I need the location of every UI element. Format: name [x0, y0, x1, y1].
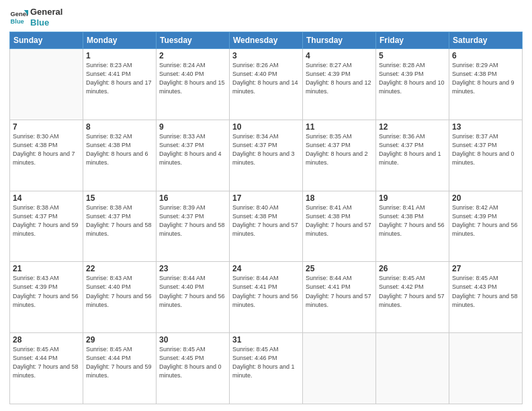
day-number: 17: [232, 193, 300, 203]
calendar-cell: 2Sunrise: 8:24 AMSunset: 4:40 PMDaylight…: [157, 49, 230, 120]
day-number: 25: [306, 264, 373, 273]
day-number: 3: [232, 51, 300, 60]
day-number: 9: [159, 122, 226, 132]
day-number: 19: [379, 193, 446, 203]
day-number: 11: [306, 122, 373, 132]
day-number: 13: [452, 122, 519, 132]
day-info: Sunrise: 8:45 AMSunset: 4:46 PMDaylight:…: [232, 345, 300, 380]
day-number: 20: [452, 193, 519, 203]
day-info: Sunrise: 8:40 AMSunset: 4:38 PMDaylight:…: [232, 203, 300, 238]
day-info: Sunrise: 8:35 AMSunset: 4:37 PMDaylight:…: [306, 132, 373, 167]
day-number: 21: [13, 264, 80, 273]
calendar-header-row: SundayMondayTuesdayWednesdayThursdayFrid…: [10, 32, 523, 49]
calendar-cell: 13Sunrise: 8:37 AMSunset: 4:37 PMDayligh…: [449, 120, 523, 191]
calendar-cell: 30Sunrise: 8:45 AMSunset: 4:45 PMDayligh…: [157, 333, 230, 404]
day-info: Sunrise: 8:43 AMSunset: 4:40 PMDaylight:…: [86, 274, 153, 309]
calendar-cell: 9Sunrise: 8:33 AMSunset: 4:37 PMDaylight…: [157, 120, 230, 191]
day-number: 23: [159, 264, 226, 273]
calendar-cell: 7Sunrise: 8:30 AMSunset: 4:38 PMDaylight…: [10, 120, 83, 191]
calendar-cell: [376, 333, 449, 404]
day-info: Sunrise: 8:45 AMSunset: 4:43 PMDaylight:…: [452, 274, 519, 309]
day-number: 24: [232, 264, 300, 273]
day-info: Sunrise: 8:32 AMSunset: 4:38 PMDaylight:…: [86, 132, 153, 167]
calendar-cell: 1Sunrise: 8:23 AMSunset: 4:41 PMDaylight…: [83, 49, 157, 120]
calendar-table: SundayMondayTuesdayWednesdayThursdayFrid…: [9, 32, 523, 404]
calendar-cell: [303, 333, 376, 404]
calendar-cell: 14Sunrise: 8:38 AMSunset: 4:37 PMDayligh…: [10, 191, 83, 262]
day-header-wednesday: Wednesday: [230, 32, 303, 49]
day-number: 28: [13, 335, 80, 345]
day-info: Sunrise: 8:42 AMSunset: 4:39 PMDaylight:…: [452, 203, 519, 238]
day-header-tuesday: Tuesday: [157, 32, 230, 49]
calendar-week-2: 7Sunrise: 8:30 AMSunset: 4:38 PMDaylight…: [10, 120, 523, 191]
calendar-cell: 24Sunrise: 8:44 AMSunset: 4:41 PMDayligh…: [230, 262, 303, 333]
day-info: Sunrise: 8:45 AMSunset: 4:42 PMDaylight:…: [379, 274, 446, 309]
logo-icon: General Blue: [9, 8, 28, 27]
day-number: 5: [379, 51, 446, 60]
day-info: Sunrise: 8:43 AMSunset: 4:39 PMDaylight:…: [13, 274, 80, 309]
day-info: Sunrise: 8:45 AMSunset: 4:45 PMDaylight:…: [159, 345, 226, 380]
calendar-cell: 17Sunrise: 8:40 AMSunset: 4:38 PMDayligh…: [230, 191, 303, 262]
day-number: 30: [159, 335, 226, 345]
day-number: 15: [86, 193, 153, 203]
day-number: 4: [306, 51, 373, 60]
calendar-cell: 22Sunrise: 8:43 AMSunset: 4:40 PMDayligh…: [83, 262, 157, 333]
day-info: Sunrise: 8:29 AMSunset: 4:38 PMDaylight:…: [452, 61, 519, 96]
day-info: Sunrise: 8:36 AMSunset: 4:37 PMDaylight:…: [379, 132, 446, 167]
calendar-week-3: 14Sunrise: 8:38 AMSunset: 4:37 PMDayligh…: [10, 191, 523, 262]
calendar-cell: 5Sunrise: 8:28 AMSunset: 4:39 PMDaylight…: [376, 49, 449, 120]
day-info: Sunrise: 8:33 AMSunset: 4:37 PMDaylight:…: [159, 132, 226, 167]
calendar-cell: 18Sunrise: 8:41 AMSunset: 4:38 PMDayligh…: [303, 191, 376, 262]
day-number: 14: [13, 193, 80, 203]
calendar-cell: 21Sunrise: 8:43 AMSunset: 4:39 PMDayligh…: [10, 262, 83, 333]
calendar-cell: 29Sunrise: 8:45 AMSunset: 4:44 PMDayligh…: [83, 333, 157, 404]
calendar-week-5: 28Sunrise: 8:45 AMSunset: 4:44 PMDayligh…: [10, 333, 523, 404]
calendar-cell: 12Sunrise: 8:36 AMSunset: 4:37 PMDayligh…: [376, 120, 449, 191]
svg-text:General: General: [11, 11, 28, 17]
day-number: 12: [379, 122, 446, 132]
day-info: Sunrise: 8:27 AMSunset: 4:39 PMDaylight:…: [306, 61, 373, 96]
day-info: Sunrise: 8:41 AMSunset: 4:38 PMDaylight:…: [379, 203, 446, 238]
day-number: 27: [452, 264, 519, 273]
calendar-cell: 19Sunrise: 8:41 AMSunset: 4:38 PMDayligh…: [376, 191, 449, 262]
calendar-cell: 31Sunrise: 8:45 AMSunset: 4:46 PMDayligh…: [230, 333, 303, 404]
day-number: 1: [86, 51, 153, 60]
page: General Blue General Blue SundayMondayTu…: [0, 0, 532, 411]
calendar-cell: 10Sunrise: 8:34 AMSunset: 4:37 PMDayligh…: [230, 120, 303, 191]
day-info: Sunrise: 8:41 AMSunset: 4:38 PMDaylight:…: [306, 203, 373, 238]
logo: General Blue General Blue: [9, 7, 62, 28]
day-info: Sunrise: 8:44 AMSunset: 4:40 PMDaylight:…: [159, 274, 226, 309]
day-info: Sunrise: 8:39 AMSunset: 4:37 PMDaylight:…: [159, 203, 226, 238]
calendar-cell: [449, 333, 523, 404]
day-info: Sunrise: 8:44 AMSunset: 4:41 PMDaylight:…: [232, 274, 300, 309]
day-number: 10: [232, 122, 300, 132]
day-number: 6: [452, 51, 519, 60]
calendar-cell: 23Sunrise: 8:44 AMSunset: 4:40 PMDayligh…: [157, 262, 230, 333]
day-number: 8: [86, 122, 153, 132]
day-info: Sunrise: 8:24 AMSunset: 4:40 PMDaylight:…: [159, 61, 226, 96]
day-number: 7: [13, 122, 80, 132]
calendar-cell: 15Sunrise: 8:38 AMSunset: 4:37 PMDayligh…: [83, 191, 157, 262]
day-info: Sunrise: 8:45 AMSunset: 4:44 PMDaylight:…: [13, 345, 80, 380]
calendar-cell: 4Sunrise: 8:27 AMSunset: 4:39 PMDaylight…: [303, 49, 376, 120]
day-info: Sunrise: 8:45 AMSunset: 4:44 PMDaylight:…: [86, 345, 153, 380]
calendar-cell: 26Sunrise: 8:45 AMSunset: 4:42 PMDayligh…: [376, 262, 449, 333]
day-info: Sunrise: 8:37 AMSunset: 4:37 PMDaylight:…: [452, 132, 519, 167]
calendar-cell: 16Sunrise: 8:39 AMSunset: 4:37 PMDayligh…: [157, 191, 230, 262]
day-info: Sunrise: 8:34 AMSunset: 4:37 PMDaylight:…: [232, 132, 300, 167]
calendar-cell: 25Sunrise: 8:44 AMSunset: 4:41 PMDayligh…: [303, 262, 376, 333]
calendar-cell: 6Sunrise: 8:29 AMSunset: 4:38 PMDaylight…: [449, 49, 523, 120]
day-number: 26: [379, 264, 446, 273]
day-header-sunday: Sunday: [10, 32, 83, 49]
calendar-cell: 20Sunrise: 8:42 AMSunset: 4:39 PMDayligh…: [449, 191, 523, 262]
calendar-cell: 11Sunrise: 8:35 AMSunset: 4:37 PMDayligh…: [303, 120, 376, 191]
day-info: Sunrise: 8:23 AMSunset: 4:41 PMDaylight:…: [86, 61, 153, 96]
day-info: Sunrise: 8:38 AMSunset: 4:37 PMDaylight:…: [86, 203, 153, 238]
calendar-cell: 8Sunrise: 8:32 AMSunset: 4:38 PMDaylight…: [83, 120, 157, 191]
day-header-saturday: Saturday: [449, 32, 523, 49]
day-info: Sunrise: 8:38 AMSunset: 4:37 PMDaylight:…: [13, 203, 80, 238]
day-number: 22: [86, 264, 153, 273]
day-number: 18: [306, 193, 373, 203]
day-header-thursday: Thursday: [303, 32, 376, 49]
day-number: 2: [159, 51, 226, 60]
